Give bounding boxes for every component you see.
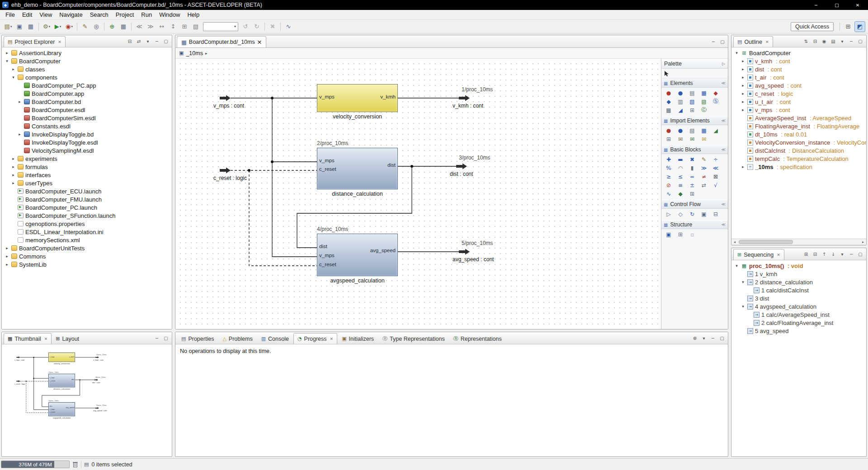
block-distance-calculation[interactable]: v_mpsc_resetdist [48, 374, 75, 387]
outline-item-averagespeed-inst[interactable]: AverageSpeed_inst : AverageSpeed [731, 114, 866, 122]
tree-item-esdl-linear-interpolation-ini[interactable]: ESDL_Linear_Interpolation.ini [2, 228, 172, 236]
array-icon[interactable]: ▤ [686, 89, 698, 97]
import-matrix-icon[interactable]: ▦ [698, 126, 710, 135]
sequence-step-2-calc-floatingaverage-inst[interactable]: →2 calc/FloatingAverage_inst [731, 319, 866, 327]
move-down-icon[interactable]: ↓ [829, 250, 837, 258]
outline-item-dist[interactable]: ▸dist : cont [731, 65, 866, 73]
numeric-parameter-icon[interactable]: ◆ [663, 97, 675, 106]
expand-arrow-icon[interactable]: ▸ [5, 246, 9, 250]
block-output-pin[interactable]: dist [71, 379, 74, 381]
outline-item-v-mps[interactable]: ▸v_mps : cont [731, 106, 866, 114]
collapse-section-icon[interactable]: ≪ [722, 81, 726, 85]
align-left-button[interactable]: ≪ [134, 21, 145, 32]
diagram-canvas[interactable]: Palette ▷ ▦Elements≪●●▤▦◆◆▥▧▤Ⓢ▩◢⊞Ⓒ▦Impor… [175, 59, 728, 329]
maximize-button[interactable]: □ [826, 0, 847, 10]
tab-thumbnail[interactable]: ▦Thumbnail✕ [4, 333, 52, 344]
outline-root-boardcomputer[interactable]: ▾⊞BoardComputer [731, 49, 866, 57]
block-input-pin[interactable]: v_mps [319, 158, 335, 164]
for-icon[interactable]: ▣ [698, 210, 710, 218]
collapse-all-icon[interactable]: ⊟ [811, 38, 819, 45]
expand-arrow-icon[interactable]: ▸ [5, 262, 9, 267]
maximize-icon[interactable]: ▢ [856, 38, 864, 45]
palette-section-control-flow[interactable]: ▦Control Flow≪ [661, 200, 728, 209]
cancel-operation-icon[interactable]: ⊗ [691, 334, 699, 342]
search-button[interactable]: ◎ [91, 21, 102, 32]
palette-section-structure[interactable]: ▦Structure≪ [661, 220, 728, 229]
minimize-icon[interactable]: ─ [153, 334, 161, 342]
block-velocity-conversion[interactable]: v_mpsv_kmh [317, 84, 398, 112]
tree-item-boardcomputer-ecu-launch[interactable]: BoardComputer_ECU.launch [2, 187, 172, 195]
tab-console[interactable]: ▥Console [257, 333, 293, 344]
heap-status[interactable]: 376M of 479M [1, 461, 70, 468]
tree-item-experiments[interactable]: ▸experiments [2, 155, 172, 163]
block-input-pin[interactable]: dist [319, 244, 327, 249]
expand-arrow-icon[interactable]: ▸ [11, 173, 16, 177]
minimize-icon[interactable]: ─ [709, 38, 717, 46]
outline-item-floatingaverage-inst[interactable]: FloatingAverage_inst : FloatingAverage [731, 122, 866, 130]
tab-properties[interactable]: ▤Properties [177, 333, 218, 344]
input-port-icon[interactable] [16, 380, 20, 382]
import-message-receive-icon[interactable]: ✉ [675, 135, 686, 143]
focus-icon[interactable]: ◉ [820, 38, 828, 45]
window-icon[interactable]: ⊞ [686, 189, 698, 198]
expand-arrow-icon[interactable]: ▸ [741, 91, 745, 96]
view-menu-icon[interactable]: ▾ [700, 334, 708, 342]
expand-arrow-icon[interactable]: ▸ [741, 108, 745, 112]
tree-item-commons[interactable]: ▸Commons [2, 252, 172, 260]
sequencing-root[interactable]: ▾▦proc_10ms() : void [731, 262, 866, 270]
minimize-icon[interactable]: ─ [847, 250, 855, 258]
menu-help[interactable]: Help [184, 10, 203, 19]
identity-icon[interactable]: ≡ [675, 181, 686, 189]
merge-icon[interactable]: ⊟ [710, 210, 722, 218]
filters-icon[interactable]: ▤ [829, 38, 837, 45]
tree-item-invokedisplaytoggle-esdl[interactable]: InvokeDisplayToggle.esdl [2, 138, 172, 146]
multiply-icon[interactable]: ✖ [686, 155, 698, 164]
tree-item-systemlib[interactable]: ▸SystemLib [2, 260, 172, 268]
greater-icon[interactable]: ≫ [698, 164, 710, 172]
edit-formula-icon[interactable]: ✎ [698, 155, 710, 164]
grid-icon[interactable]: ⊞ [686, 106, 698, 114]
expand-arrow-icon[interactable]: ▸ [741, 75, 745, 80]
outline-item-v-kmh[interactable]: ▸v_kmh : cont [731, 57, 866, 65]
link-with-editor-icon[interactable]: ⇄ [135, 38, 143, 45]
input-port-icon[interactable] [16, 357, 20, 358]
save-button[interactable]: ▣ [14, 21, 25, 32]
minimize-icon[interactable]: ─ [153, 38, 161, 45]
tree-item-components[interactable]: ▾components [2, 73, 172, 81]
collapse-section-icon[interactable]: ≪ [722, 147, 726, 152]
maximize-icon[interactable]: ▢ [162, 38, 170, 45]
expand-arrow-icon[interactable]: ▸ [741, 59, 745, 63]
chevron-down-icon[interactable]: ▾ [234, 24, 236, 28]
run-button[interactable]: ▶▾ [52, 21, 63, 32]
sequence-step-5-avg-speed[interactable]: →5 avg_speed [731, 327, 866, 335]
tree-item-boardcomputersim-esdl[interactable]: BoardComputerSim.esdl [2, 114, 172, 122]
new-wizard-button[interactable]: ▤▾ [3, 21, 14, 32]
import-grid-icon[interactable]: ⊞ [663, 135, 675, 143]
import-curve-icon[interactable]: ◢ [710, 126, 722, 135]
close-icon[interactable]: ✕ [257, 39, 262, 46]
signal-icon[interactable]: ∿ [663, 189, 675, 198]
connection-wire[interactable] [34, 357, 49, 410]
tree-item-memorysections-xml[interactable]: memorySections.xml [2, 236, 172, 244]
expand-arrow-icon[interactable]: ▸ [741, 83, 745, 88]
component-icon[interactable]: ▣ [663, 230, 675, 239]
open-perspective-button[interactable]: ⊞ [843, 21, 854, 32]
curve-icon[interactable]: ◢ [675, 106, 686, 114]
expand-arrow-icon[interactable]: ▾ [11, 75, 16, 80]
thumbnail-canvas[interactable]: v_mpsv_kmhvelocity_conversionv_mpsc_rese… [2, 344, 172, 456]
expand-arrow-icon[interactable]: ▾ [734, 51, 739, 55]
outline-item-avg-speed[interactable]: ▸avg_speed : cont [731, 81, 866, 89]
ascet-perspective-button[interactable]: ◩ [854, 21, 865, 32]
match-size-button[interactable]: ⊞ [179, 21, 190, 32]
menu-run[interactable]: Run [137, 10, 156, 19]
outline-hscrollbar[interactable]: ◂ ▸ [731, 239, 866, 245]
palette-pin-icon[interactable]: ▷ [722, 61, 725, 66]
block-avgspeed-calculation[interactable]: distv_mpsc_resetavg_speed [48, 402, 75, 416]
import-message-icon[interactable]: ✉ [698, 135, 710, 143]
block-output-pin[interactable]: avg_speed [66, 407, 75, 409]
tab-type-representations[interactable]: ⓇType Representations [378, 333, 449, 344]
block-output-pin[interactable]: v_kmh [69, 357, 74, 358]
diamond-icon[interactable]: ◆ [675, 189, 686, 198]
tree-item-boardcomputerunittests[interactable]: ▸BoardComputerUnitTests [2, 244, 172, 252]
expand-arrow-icon[interactable]: ▸ [11, 67, 16, 71]
